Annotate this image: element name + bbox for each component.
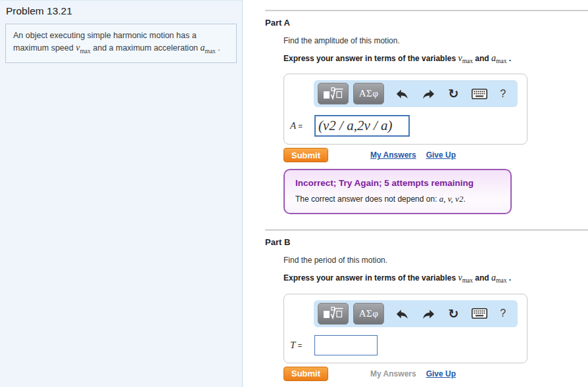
keyboard-icon[interactable]	[472, 89, 487, 99]
page-title: Problem 13.21	[5, 4, 237, 24]
answer-label-a: A =	[290, 120, 314, 131]
help-icon[interactable]: ?	[500, 88, 506, 100]
submit-row-a: Submit My Answers Give Up	[283, 148, 588, 162]
part-a-header: Part A	[265, 18, 588, 28]
section-divider	[265, 10, 588, 11]
feedback-box: Incorrect; Try Again; 5 attempts remaini…	[283, 169, 512, 214]
feedback-variables: a, v, v2	[439, 194, 464, 204]
answer-row-b: T =	[284, 335, 527, 355]
equation-editor-a: ΑΣφ ↻	[283, 74, 527, 145]
problem-panel: Problem 13.21 An object executing simple…	[0, 0, 243, 387]
undo-icon[interactable]	[395, 87, 409, 100]
undo-icon[interactable]	[395, 307, 409, 320]
submit-button-a[interactable]: Submit	[283, 148, 328, 162]
submit-row-b: Submit My Answers Give Up	[283, 367, 588, 381]
part-a-section: Part A Find the amplitude of this motion…	[265, 18, 588, 214]
submit-button-b[interactable]: Submit	[283, 367, 328, 381]
answer-label-b: T =	[290, 340, 314, 351]
my-answers-link-a[interactable]: My Answers	[370, 150, 416, 160]
math-templates-icon	[323, 87, 344, 101]
equation-editor-b: ΑΣφ ↻	[283, 294, 527, 363]
answer-input-a[interactable]	[314, 115, 410, 137]
part-b-prompt: Find the period of this motion.	[283, 256, 588, 265]
equation-toolbar: ΑΣφ ↻	[314, 80, 518, 107]
problem-text: .	[216, 43, 220, 53]
part-b-section: Part B Find the period of this motion. E…	[265, 237, 588, 380]
problem-statement-box: An object executing simple harmonic moti…	[5, 24, 237, 63]
var-amax: a	[201, 43, 205, 53]
part-b-express: Express your answer in terms of the vari…	[283, 273, 588, 284]
problem-text: and a maximum acceleration	[91, 43, 201, 53]
part-a-prompt: Find the amplitude of this motion.	[283, 36, 588, 45]
feedback-title: Incorrect; Try Again; 5 attempts remaini…	[295, 178, 500, 188]
keyboard-icon[interactable]	[472, 308, 487, 319]
redo-icon[interactable]	[422, 87, 435, 100]
equation-toolbar: ΑΣφ ↻	[314, 300, 518, 327]
give-up-link-b[interactable]: Give Up	[426, 369, 456, 378]
var-amax: a	[491, 273, 496, 283]
answer-row-a: A =	[284, 115, 527, 137]
reset-icon[interactable]: ↻	[449, 307, 459, 320]
greek-letters-button[interactable]: ΑΣφ	[353, 83, 384, 104]
my-answers-link-b: My Answers	[370, 369, 416, 378]
var-amax: a	[491, 53, 496, 63]
math-templates-icon	[323, 306, 344, 321]
parts-panel: Part A Find the amplitude of this motion…	[243, 0, 588, 387]
give-up-link-a[interactable]: Give Up	[426, 150, 456, 160]
feedback-body: The correct answer does not depend on: a…	[295, 194, 500, 204]
greek-letters-button[interactable]: ΑΣφ	[353, 303, 384, 325]
answer-input-b[interactable]	[314, 335, 378, 355]
part-b-header: Part B	[265, 237, 588, 247]
section-divider	[265, 229, 588, 231]
redo-icon[interactable]	[422, 307, 435, 320]
math-templates-button[interactable]	[318, 303, 349, 325]
part-a-express: Express your answer in terms of the vari…	[283, 53, 588, 64]
math-templates-button[interactable]	[318, 83, 349, 104]
reset-icon[interactable]: ↻	[449, 87, 459, 100]
help-icon[interactable]: ?	[500, 307, 506, 319]
